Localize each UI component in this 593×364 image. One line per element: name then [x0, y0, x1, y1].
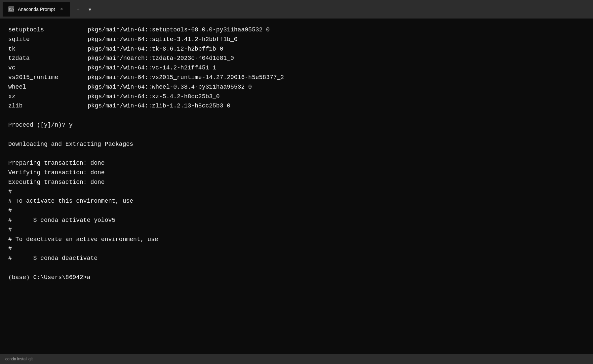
comment-line: #	[8, 225, 585, 235]
list-item: wheelpkgs/main/win-64::wheel-0.38.4-py31…	[8, 82, 585, 92]
comment-line: #	[8, 206, 585, 216]
verifying-line: Verifying transaction: done	[8, 168, 585, 178]
list-item: setuptoolspkgs/main/win-64::setuptools-6…	[8, 25, 585, 35]
tab-title: Anaconda Prompt	[18, 7, 55, 12]
spacer	[8, 111, 585, 120]
list-item: sqlitepkgs/main/win-64::sqlite-3.41.2-h2…	[8, 35, 585, 44]
spacer	[8, 263, 585, 273]
comment-line: #	[8, 244, 585, 254]
list-item: vs2015_runtimepkgs/main/win-64::vs2015_r…	[8, 73, 585, 82]
spacer	[8, 149, 585, 158]
list-item: tzdatapkgs/main/noarch::tzdata-2023c-h04…	[8, 54, 585, 63]
terminal-icon: C:\	[8, 6, 15, 13]
active-tab[interactable]: C:\ Anaconda Prompt ×	[3, 2, 70, 17]
terminal-window: C:\ Anaconda Prompt × + ▾ setuptoolspkgs…	[0, 0, 593, 364]
title-bar: C:\ Anaconda Prompt × + ▾	[0, 0, 593, 19]
close-tab-button[interactable]: ×	[58, 6, 65, 13]
comment-line: #	[8, 187, 585, 197]
executing-line: Executing transaction: done	[8, 178, 585, 187]
list-item: zlibpkgs/main/win-64::zlib-1.2.13-h8cc25…	[8, 101, 585, 111]
dropdown-button[interactable]: ▾	[85, 4, 95, 15]
proceed-prompt: Proceed ([y]/n)? y	[8, 120, 585, 130]
list-item: xzpkgs/main/win-64::xz-5.4.2-h8cc25b3_0	[8, 92, 585, 101]
terminal-content: setuptoolspkgs/main/win-64::setuptools-6…	[0, 19, 593, 354]
list-item: vcpkgs/main/win-64::vc-14.2-h21ff451_1	[8, 63, 585, 73]
status-text: conda install git	[5, 357, 33, 361]
comment-line: # To activate this environment, use	[8, 196, 585, 206]
downloading-header: Downloading and Extracting Packages	[8, 140, 585, 149]
comment-line: # $ conda deactivate	[8, 254, 585, 263]
spacer	[8, 130, 585, 140]
comment-line: # To deactivate an active environment, u…	[8, 235, 585, 244]
comment-line: # $ conda activate yolov5	[8, 216, 585, 225]
svg-text:C:\: C:\	[9, 8, 14, 11]
command-prompt[interactable]: (base) C:\Users\86942>a	[8, 273, 585, 282]
preparing-line: Preparing transaction: done	[8, 158, 585, 168]
new-tab-button[interactable]: +	[73, 4, 83, 15]
status-bar: conda install git	[0, 354, 593, 364]
title-bar-actions: + ▾	[73, 4, 95, 15]
list-item: tkpkgs/main/win-64::tk-8.6.12-h2bbff1b_0	[8, 44, 585, 54]
